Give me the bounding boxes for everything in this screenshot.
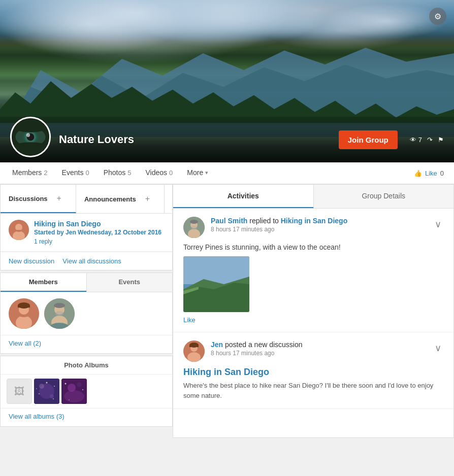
chevron-down-icon: ▾ [205, 169, 208, 176]
discussion-title[interactable]: Hiking in San Diego [34, 220, 161, 228]
svg-point-46 [191, 226, 197, 230]
svg-point-31 [46, 382, 48, 384]
albums-panel: Photo Albums 🖼 [0, 356, 173, 427]
activity-time-1: 8 hours 17 minutes ago [211, 350, 427, 357]
collapse-button-0[interactable]: ∨ [433, 217, 443, 232]
nav-tabs: Members 2 Events 0 Photos 5 Videos 0 Mor… [0, 162, 454, 184]
discussion-content: Hiking in San Diego Started by Jen Wedne… [34, 220, 161, 245]
svg-rect-19 [18, 305, 30, 308]
tab-events[interactable]: Events 0 [55, 162, 96, 184]
discussion-meta: Started by Jen Wednesday, 12 October 201… [34, 229, 161, 236]
discussion-item: Hiking in San Diego Started by Jen Wedne… [1, 214, 172, 252]
activity-image-0 [183, 256, 249, 312]
activity-action-1: posted a new discussion [225, 341, 303, 349]
tab-discussions[interactable]: Discussions + [1, 185, 76, 213]
activity-time-0: 8 hours 17 minutes ago [211, 226, 427, 233]
svg-point-41 [69, 399, 70, 400]
activity-like-button-0[interactable]: Like [183, 316, 443, 324]
discussion-reply-link[interactable]: 1 reply [34, 238, 161, 245]
new-discussion-link[interactable]: New discussion [9, 257, 54, 265]
tab-group-details[interactable]: Group Details [313, 185, 454, 208]
svg-point-37 [68, 384, 76, 392]
member-avatar-1[interactable] [9, 298, 39, 329]
tab-activities[interactable]: Activities [173, 185, 313, 208]
svg-point-39 [65, 383, 67, 385]
svg-point-25 [55, 311, 63, 316]
flag-button[interactable]: ⚑ [438, 136, 444, 144]
settings-button[interactable]: ⚙ [429, 8, 446, 25]
share-button[interactable]: ↷ [427, 136, 433, 144]
tab-announcements[interactable]: Announcements + [76, 185, 165, 213]
discussion-author[interactable]: Jen [66, 229, 76, 236]
svg-point-33 [53, 398, 54, 399]
tab-more[interactable]: More ▾ [180, 162, 215, 184]
tab-members[interactable]: Members 2 [5, 162, 55, 184]
eye-small-icon: 👁 [410, 136, 416, 144]
member-avatar-2[interactable] [44, 298, 75, 329]
flag-icon: ⚑ [438, 136, 444, 144]
like-label[interactable]: Like [425, 169, 437, 177]
activity-item-0: Paul Smith replied to Hiking in San Dieg… [173, 209, 453, 332]
tab-videos[interactable]: Videos 0 [138, 162, 180, 184]
view-all-albums-link[interactable]: View all albums (3) [1, 408, 172, 426]
members-tab-events[interactable]: Events [86, 273, 173, 292]
tab-photos[interactable]: Photos 5 [96, 162, 139, 184]
members-tabs: Members Events [1, 273, 172, 292]
svg-point-29 [50, 394, 54, 398]
svg-point-9 [26, 133, 30, 137]
activity-description-0: Paul Smith replied to Hiking in San Dieg… [211, 217, 427, 225]
activity-meta-0: Paul Smith replied to Hiking in San Dieg… [211, 217, 427, 233]
activity-post-body-1: Where's the best place to hike near San … [183, 381, 443, 400]
activity-header-0: Paul Smith replied to Hiking in San Dieg… [183, 217, 443, 238]
view-all-discussions-link[interactable]: View all discussions [62, 257, 121, 265]
members-grid [1, 292, 172, 335]
view-all-members-link[interactable]: View all (2) [1, 335, 172, 353]
panel-tabs: Discussions + Announcements + [1, 185, 172, 214]
gear-icon: ⚙ [434, 12, 441, 21]
discussion-actions: New discussion View all discussions [1, 252, 172, 270]
album-thumb-1[interactable] [34, 379, 59, 404]
svg-point-13 [15, 224, 22, 231]
discussions-panel: Discussions + Announcements + [0, 184, 173, 270]
discussion-author-avatar [9, 220, 29, 240]
watchers-count[interactable]: 👁 7 [410, 136, 422, 144]
activity-avatar-paul[interactable] [183, 217, 205, 238]
activity-user-jen[interactable]: Jen [211, 341, 223, 349]
jen-avatar-img [9, 220, 29, 240]
thumbs-up-icon: 👍 [414, 169, 422, 177]
collapse-button-1[interactable]: ∨ [433, 341, 443, 356]
main-content: Discussions + Announcements + [0, 184, 454, 438]
svg-point-24 [54, 303, 65, 308]
add-discussion-button[interactable]: + [51, 190, 68, 207]
svg-point-30 [39, 393, 40, 394]
activities-tabs: Activities Group Details [173, 185, 453, 209]
svg-point-11 [17, 142, 44, 147]
svg-point-40 [82, 389, 83, 390]
activity-user-paul[interactable]: Paul Smith [211, 217, 247, 225]
group-info-bar: Nature Lovers Join Group 👁 7 ↷ ⚑ [0, 117, 454, 162]
svg-rect-56 [189, 345, 199, 347]
activity-link-0[interactable]: Hiking in San Diego [281, 217, 347, 225]
activity-meta-1: Jen posted a new discussion 8 hours 17 m… [211, 341, 427, 357]
activity-body-1: Hiking in San Diego Where's the best pla… [183, 367, 443, 400]
activity-post-title-1[interactable]: Hiking in San Diego [183, 367, 443, 378]
svg-point-28 [39, 384, 44, 389]
albums-title: Photo Albums [1, 356, 172, 375]
like-count: 0 [440, 169, 444, 177]
album-placeholder[interactable]: 🖼 [7, 379, 32, 404]
svg-point-45 [190, 220, 198, 224]
albums-grid: 🖼 [1, 375, 172, 408]
svg-point-38 [77, 382, 82, 387]
activity-header-1: Jen posted a new discussion 8 hours 17 m… [183, 341, 443, 362]
album-thumb-2[interactable] [61, 379, 87, 404]
svg-point-36 [64, 390, 84, 402]
group-avatar [10, 117, 51, 157]
watchers-number: 7 [418, 136, 422, 144]
activity-description-1: Jen posted a new discussion [211, 341, 427, 349]
activity-item-1: Jen posted a new discussion 8 hours 17 m… [173, 332, 453, 409]
image-icon: 🖼 [14, 386, 24, 397]
join-group-button[interactable]: Join Group [339, 130, 398, 149]
members-tab-members[interactable]: Members [1, 273, 86, 292]
activity-avatar-jen[interactable] [183, 341, 205, 362]
add-announcement-button[interactable]: + [139, 190, 156, 208]
